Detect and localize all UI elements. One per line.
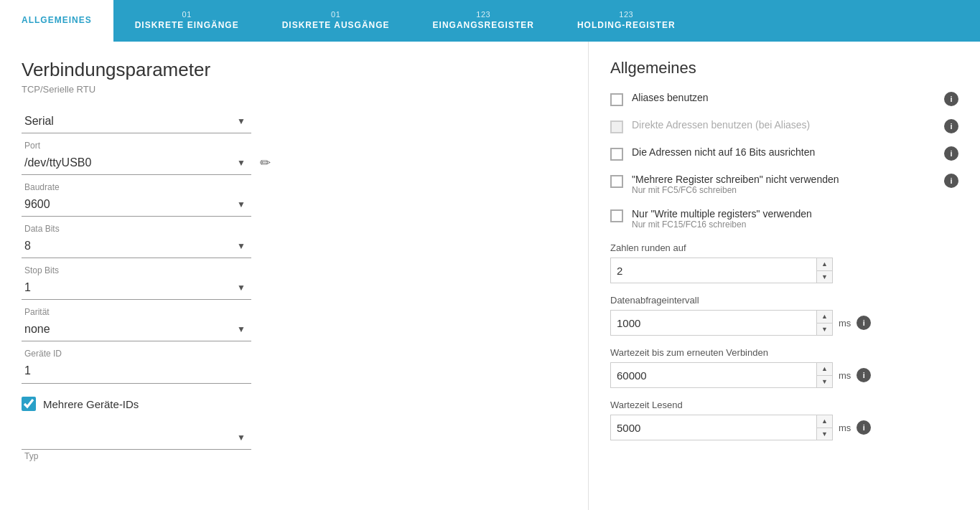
- option-mehrere-register-sub: Nur mit FC5/FC6 schreiben: [632, 185, 935, 195]
- connection-type-select[interactable]: Serial TCP: [22, 109, 251, 133]
- wartezeit-verbinden-input[interactable]: [611, 367, 816, 384]
- tab-diskrete-ausgaenge-label: DISKRETE AUSGÄNGE: [282, 20, 390, 30]
- tab-holding-register-number: 123: [619, 10, 633, 19]
- tab-diskrete-ausgaenge-number: 01: [331, 10, 340, 19]
- option-write-multiple-label: Nur "Write multiple registers" verwenden: [632, 208, 812, 219]
- port-select-wrapper: /dev/ttyUSB0 ▼: [22, 151, 251, 175]
- option-mehrere-register-label: "Mehrere Register schreiben" nicht verwe…: [632, 174, 839, 185]
- tab-holding-register[interactable]: 123 HOLDING-REGISTER: [556, 0, 697, 42]
- wartezeit-lesend-row: ▲ ▼ ms i: [610, 415, 958, 440]
- stop-bits-wrapper: 1 2 ▼: [22, 275, 251, 300]
- wartezeit-verbinden-label: Wartezeit bis zum erneuten Verbinden: [610, 347, 958, 358]
- wartezeit-lesend-spinners: ▲ ▼: [816, 415, 832, 440]
- option-mehrere-register: "Mehrere Register schreiben" nicht verwe…: [610, 174, 958, 195]
- tab-diskrete-eingaenge-label: DISKRETE EINGÄNGE: [135, 20, 239, 30]
- data-bits-group: Data Bits 8 7 6 5 ▼: [22, 224, 566, 258]
- wartezeit-lesend-info-icon[interactable]: i: [857, 420, 871, 435]
- datenabfrageintervall-down-button[interactable]: ▼: [817, 324, 832, 336]
- option-aliases-info-icon[interactable]: i: [944, 92, 958, 106]
- paritaet-select[interactable]: none even odd: [22, 317, 251, 341]
- tab-diskrete-eingaenge[interactable]: 01 DISKRETE EINGÄNGE: [113, 0, 261, 42]
- paritaet-group: Parität none even odd ▼: [22, 307, 566, 341]
- stop-bits-select[interactable]: 1 2: [22, 275, 251, 300]
- option-adressen-16bit-label: Die Adressen nicht auf 16 Bits ausrichte…: [632, 146, 815, 158]
- wartezeit-lesend-unit: ms: [839, 422, 851, 433]
- option-write-multiple-sub: Nur mit FC15/FC16 schreiben: [632, 219, 958, 230]
- datenabfrageintervall-info-icon[interactable]: i: [857, 316, 871, 330]
- connection-type-group: Serial TCP ▼: [22, 109, 566, 133]
- option-mehrere-register-checkbox[interactable]: [610, 175, 623, 188]
- mehrere-geraete-checkbox[interactable]: [22, 397, 36, 411]
- main-content: Verbindungsparameter TCP/Serielle RTU Se…: [0, 42, 980, 510]
- port-select[interactable]: /dev/ttyUSB0: [22, 151, 251, 175]
- tab-eingangsregister[interactable]: 123 EINGANGSREGISTER: [411, 0, 556, 42]
- tab-diskrete-eingaenge-number: 01: [182, 10, 192, 19]
- option-direkte-adressen: Direkte Adressen benutzen (bei Aliases) …: [610, 119, 958, 133]
- geraete-id-input[interactable]: [22, 359, 251, 384]
- zahlen-runden-up-button[interactable]: ▲: [817, 258, 832, 271]
- tab-diskrete-ausgaenge[interactable]: 01 DISKRETE AUSGÄNGE: [261, 0, 411, 42]
- option-aliases-text: Aliases benutzen: [632, 92, 935, 103]
- baudrate-wrapper: 9600 115200 57600 38400 19200 4800 2400 …: [22, 192, 251, 217]
- wartezeit-verbinden-unit: ms: [839, 370, 851, 381]
- datenabfrageintervall-row: ▲ ▼ ms i: [610, 310, 958, 336]
- datenabfrageintervall-input[interactable]: [611, 314, 816, 332]
- typ-wrapper: ▼: [22, 425, 251, 450]
- wartezeit-verbinden-info-icon[interactable]: i: [857, 368, 871, 382]
- stop-bits-label: Stop Bits: [22, 265, 566, 275]
- wartezeit-verbinden-group: Wartezeit bis zum erneuten Verbinden ▲ ▼…: [610, 347, 958, 388]
- option-direkte-adressen-checkbox[interactable]: [610, 121, 623, 133]
- page-subtitle: TCP/Serielle RTU: [22, 84, 566, 95]
- wartezeit-lesend-input[interactable]: [611, 419, 816, 437]
- mehrere-geraete-row: Mehrere Geräte-IDs: [22, 397, 566, 411]
- tab-allgemeines[interactable]: ALLGEMEINES: [0, 0, 113, 42]
- tab-eingangsregister-label: EINGANGSREGISTER: [433, 20, 534, 30]
- paritaet-label: Parität: [22, 307, 566, 317]
- zahlen-runden-spinners: ▲ ▼: [816, 258, 832, 283]
- wartezeit-verbinden-down-button[interactable]: ▼: [817, 376, 832, 388]
- option-direkte-adressen-text: Direkte Adressen benutzen (bei Aliases): [632, 119, 935, 131]
- data-bits-select[interactable]: 8 7 6 5: [22, 234, 251, 258]
- section-title: Allgemeines: [610, 59, 958, 77]
- connection-type-wrapper: Serial TCP ▼: [22, 109, 251, 133]
- option-direkte-adressen-label: Direkte Adressen benutzen (bei Aliases): [632, 119, 810, 131]
- top-navigation: ALLGEMEINES 01 DISKRETE EINGÄNGE 01 DISK…: [0, 0, 980, 42]
- option-aliases-checkbox[interactable]: [610, 93, 623, 106]
- tab-holding-register-label: HOLDING-REGISTER: [577, 20, 676, 30]
- baudrate-select[interactable]: 9600 115200 57600 38400 19200 4800 2400: [22, 192, 251, 217]
- zahlen-runden-row: ▲ ▼: [610, 258, 958, 283]
- wartezeit-verbinden-input-box: ▲ ▼: [610, 362, 833, 388]
- option-aliases: Aliases benutzen i: [610, 92, 958, 106]
- option-adressen-16bit-info-icon[interactable]: i: [944, 146, 958, 161]
- zahlen-runden-down-button[interactable]: ▼: [817, 271, 832, 283]
- typ-label: Typ: [22, 451, 566, 461]
- port-row: /dev/ttyUSB0 ▼ ✏: [22, 151, 566, 175]
- left-panel: Verbindungsparameter TCP/Serielle RTU Se…: [0, 42, 589, 510]
- datenabfrageintervall-up-button[interactable]: ▲: [817, 311, 832, 324]
- option-mehrere-register-text: "Mehrere Register schreiben" nicht verwe…: [632, 174, 935, 195]
- zahlen-runden-group: Zahlen runden auf ▲ ▼: [610, 242, 958, 283]
- option-write-multiple-text: Nur "Write multiple registers" verwenden…: [632, 208, 958, 230]
- option-mehrere-register-info-icon[interactable]: i: [944, 174, 958, 188]
- option-aliases-label: Aliases benutzen: [632, 92, 709, 103]
- typ-select[interactable]: [22, 425, 251, 450]
- data-bits-wrapper: 8 7 6 5 ▼: [22, 234, 251, 258]
- baudrate-group: Baudrate 9600 115200 57600 38400 19200 4…: [22, 182, 566, 217]
- tab-allgemeines-label: ALLGEMEINES: [22, 15, 92, 25]
- option-adressen-16bit-checkbox[interactable]: [610, 148, 623, 161]
- wartezeit-verbinden-up-button[interactable]: ▲: [817, 363, 832, 376]
- option-direkte-adressen-info-icon[interactable]: i: [944, 119, 958, 133]
- wartezeit-verbinden-row: ▲ ▼ ms i: [610, 362, 958, 388]
- option-write-multiple: Nur "Write multiple registers" verwenden…: [610, 208, 958, 230]
- wartezeit-lesend-up-button[interactable]: ▲: [817, 415, 832, 428]
- wartezeit-lesend-group: Wartezeit Lesend ▲ ▼ ms i: [610, 400, 958, 440]
- zahlen-runden-input[interactable]: [611, 262, 816, 280]
- wartezeit-lesend-down-button[interactable]: ▼: [817, 428, 832, 440]
- zahlen-runden-input-box: ▲ ▼: [610, 258, 833, 283]
- datenabfrageintervall-unit: ms: [839, 318, 851, 329]
- port-edit-icon[interactable]: ✏: [260, 155, 271, 171]
- paritaet-wrapper: none even odd ▼: [22, 317, 251, 341]
- mehrere-geraete-label: Mehrere Geräte-IDs: [43, 398, 139, 410]
- option-write-multiple-checkbox[interactable]: [610, 209, 623, 222]
- data-bits-label: Data Bits: [22, 224, 566, 234]
